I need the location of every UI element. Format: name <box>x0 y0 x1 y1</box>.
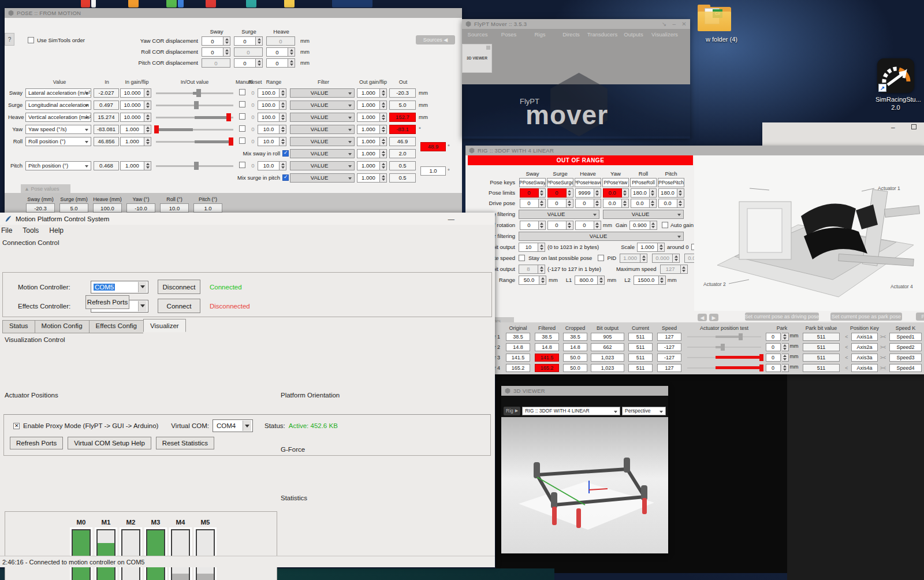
tab[interactable]: Status <box>2 320 35 333</box>
cor-field[interactable]: 0 <box>520 221 539 230</box>
cor-field[interactable]: 0 <box>234 58 256 68</box>
out-gain-field[interactable]: 1.000 <box>357 88 380 98</box>
reset-value[interactable]: 0 <box>248 102 258 108</box>
minimize-icon[interactable]: — <box>448 215 455 222</box>
cor-field[interactable]: 0 <box>575 221 594 230</box>
spinner[interactable] <box>144 161 151 170</box>
taskbar-icon[interactable] <box>206 0 216 8</box>
drive-pose-field[interactable]: 0 <box>520 199 539 208</box>
inout-slider[interactable] <box>156 137 233 146</box>
filter-select[interactable]: VALUE <box>290 101 355 110</box>
rig-title-bar[interactable]: RIG :: 3DOF WITH 4 LINEAR <box>465 146 924 155</box>
clipped-button[interactable]: Po <box>916 313 924 321</box>
minimize-icon[interactable]: – <box>672 21 676 27</box>
position-bit-field[interactable]: 10 <box>519 243 538 252</box>
out-gain-field[interactable]: 1.000 <box>357 173 380 183</box>
tab[interactable]: Motion Config <box>35 320 89 333</box>
pose-limit-field[interactable]: 0.0 <box>603 188 622 198</box>
spinner[interactable] <box>539 188 546 198</box>
folder-icon[interactable]: C# <box>698 5 732 35</box>
spinner[interactable] <box>144 137 151 146</box>
taskbar-icon[interactable] <box>166 0 177 8</box>
filter-select[interactable]: VALUE <box>290 88 355 98</box>
out-gain-field[interactable]: 1.000 <box>357 101 380 110</box>
cor-field[interactable]: 0 <box>547 221 567 230</box>
taskbar-icon[interactable] <box>284 0 295 8</box>
viewer-viewport[interactable] <box>501 417 668 553</box>
mover-menu-item[interactable]: Directs <box>556 31 587 43</box>
simracing-shortcut[interactable]: ↗ SimRacingStu... 2.0 <box>875 58 916 112</box>
in-gain-field[interactable]: 10.000 <box>120 88 144 98</box>
speed-key-input[interactable]: Speed1 <box>889 333 922 341</box>
inout-slider[interactable] <box>156 161 233 170</box>
spinner[interactable] <box>650 221 657 230</box>
spinner[interactable] <box>380 125 387 134</box>
refresh-ports-button[interactable]: Refresh Ports <box>10 437 63 449</box>
pose-limit-field[interactable]: 180.0 <box>658 188 677 198</box>
spinner[interactable] <box>144 113 151 122</box>
spinner[interactable] <box>782 343 789 351</box>
connect-button[interactable]: Connect <box>158 299 200 313</box>
inout-slider[interactable] <box>156 88 233 98</box>
mpcs-menu-item[interactable]: File <box>1 226 12 235</box>
filter-select[interactable]: VALUE <box>290 149 355 158</box>
taskbar-icon[interactable] <box>128 0 139 8</box>
projection-select[interactable]: Perspective <box>622 407 666 415</box>
disconnect-button[interactable]: Disconnect <box>158 280 200 294</box>
pose-limit-field[interactable]: 180.0 <box>631 188 650 198</box>
manual-checkbox[interactable] <box>239 101 245 107</box>
folder-label[interactable]: w folder (4) <box>706 36 737 43</box>
position-key-input[interactable]: Axis4a <box>851 364 878 372</box>
position-test-slider[interactable] <box>687 333 761 341</box>
cor-field[interactable]: 0 <box>266 47 288 57</box>
park-field[interactable]: 0 <box>766 343 781 351</box>
spinner[interactable] <box>659 276 666 285</box>
virtual-com-select[interactable]: COM4 <box>213 419 253 432</box>
dropdown-arrow-icon[interactable] <box>138 282 147 292</box>
drive-pose-field[interactable]: 0 <box>575 199 594 208</box>
manual-checkbox[interactable] <box>239 125 245 132</box>
module-tile[interactable]: 3D VIEWER <box>462 44 492 73</box>
in-gain-field[interactable]: 10.000 <box>120 101 144 110</box>
mover-menu-item[interactable]: Sources <box>462 31 493 43</box>
spinner[interactable] <box>650 188 657 198</box>
filter-select[interactable]: VALUE <box>290 137 355 146</box>
in-gain-field[interactable]: 1.000 <box>120 137 144 146</box>
spinner[interactable] <box>658 243 665 252</box>
out-gain-field[interactable]: 1.000 <box>357 149 380 158</box>
spinner[interactable] <box>538 243 545 252</box>
spinner[interactable] <box>594 221 601 230</box>
spinner[interactable] <box>782 364 789 372</box>
spinner[interactable] <box>598 276 605 285</box>
help-button[interactable]: ? <box>5 33 14 46</box>
spinner[interactable] <box>380 101 387 110</box>
mover-menu-item[interactable]: Rigs <box>524 31 556 43</box>
mpcs-menu-item[interactable]: Tools <box>23 226 39 235</box>
inout-slider[interactable] <box>156 113 233 122</box>
spinner[interactable] <box>622 199 629 208</box>
source-select[interactable]: Yaw speed (°/s) <box>25 125 91 134</box>
spinner[interactable] <box>677 188 684 198</box>
pose-limit-field[interactable]: 9999 <box>575 188 594 198</box>
spinner[interactable] <box>144 88 151 98</box>
mover-title-bar[interactable]: FlyPT Mover :: 3.5.3 ↘ – ✕ <box>462 19 690 29</box>
out-gain-field[interactable]: 1.000 <box>357 137 380 146</box>
mover-menu-item[interactable]: Transducers <box>587 31 618 43</box>
cor-field[interactable]: 0 <box>202 47 223 57</box>
pose-filter-select[interactable]: VALUE <box>519 210 599 219</box>
spinner[interactable] <box>650 199 657 208</box>
minimize-icon[interactable]: – <box>891 124 895 132</box>
taskbar-icon[interactable] <box>91 0 96 8</box>
spinner[interactable] <box>594 199 601 208</box>
pose-values-tab[interactable]: ▲ Pose values <box>21 184 70 193</box>
spinner[interactable] <box>280 101 286 110</box>
range-field[interactable]: 50.0 <box>519 276 539 285</box>
spinner[interactable] <box>567 221 573 230</box>
dropdown-arrow-icon[interactable] <box>138 301 147 311</box>
drive-pose-field[interactable]: 0.0 <box>603 199 622 208</box>
spinner[interactable] <box>280 88 286 98</box>
set-park-pose-button[interactable]: Set current pose as park pose <box>830 313 902 321</box>
l1-field[interactable]: 800.0 <box>575 276 598 285</box>
out-gain-field[interactable]: 1.000 <box>357 125 380 134</box>
park-field[interactable]: 0 <box>766 364 781 372</box>
